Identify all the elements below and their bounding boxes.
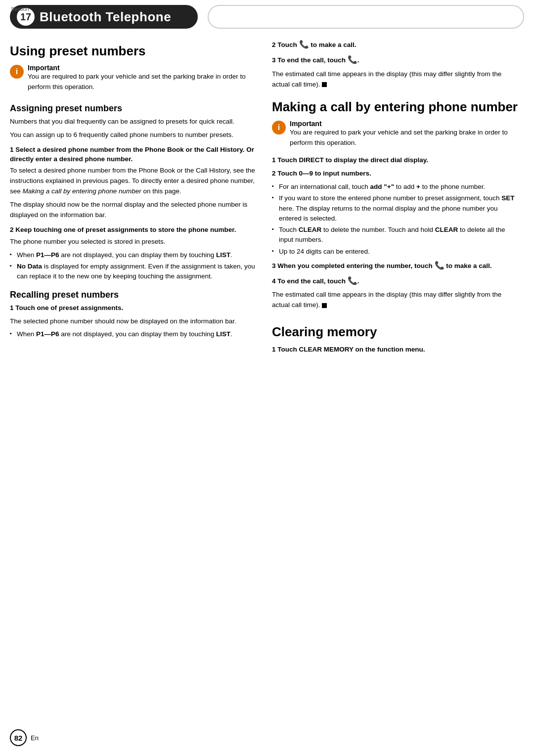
bullet-item: If you want to store the entered phone n… — [272, 193, 519, 223]
right-step3-body: The estimated call time appears in the d… — [272, 69, 519, 90]
header: 17 Bluetooth Telephone — [0, 0, 534, 29]
important-text-left: You are required to park your vehicle an… — [28, 72, 257, 92]
making-call-title: Making a call by entering phone number — [272, 99, 519, 115]
important-text-right: You are required to park your vehicle an… — [290, 128, 519, 148]
right-column: 2 Touch 📞 to make a call. 3 To end the c… — [272, 39, 519, 358]
right-step2: 2 Touch 📞 to make a call. — [272, 39, 519, 51]
section-title: Bluetooth Telephone — [40, 9, 171, 25]
assigning-bullets: When P1—P6 are not displayed, you can di… — [10, 250, 257, 282]
clearing-step1: 1 Touch CLEAR MEMORY on the function men… — [272, 345, 519, 355]
using-preset-numbers-title: Using preset numbers — [10, 44, 257, 59]
important-box-left: i Important You are required to park you… — [10, 64, 257, 95]
square-icon-1 — [322, 82, 327, 87]
section-badge: 17 Bluetooth Telephone — [10, 5, 198, 29]
page-number: 82 — [10, 729, 27, 746]
recalling-step1-heading: 1 Touch one of preset assignments. — [10, 303, 257, 313]
step2-body: The phone number you selected is stored … — [10, 237, 257, 247]
recalling-bullets: When P1—P6 are not displayed, you can di… — [10, 329, 257, 339]
important-label-right: Important — [290, 120, 519, 128]
making-step1-heading: 1 Touch DIRECT to display the direct dia… — [272, 155, 519, 166]
square-icon-2 — [322, 303, 327, 308]
footer: 82 En — [10, 729, 39, 746]
left-column: Using preset numbers i Important You are… — [10, 39, 257, 358]
section-label: Section — [11, 6, 29, 12]
important-icon-left: i — [10, 65, 24, 79]
step1-heading: 1 Select a desired phone number from the… — [10, 145, 257, 164]
bullet-item: For an international call, touch add "+"… — [272, 182, 519, 192]
language-label: En — [31, 734, 39, 742]
step2-heading: 2 Keep touching one of preset assignment… — [10, 225, 257, 235]
bullet-item: When P1—P6 are not displayed, you can di… — [10, 250, 257, 260]
clearing-title: Clearing memory — [272, 324, 519, 340]
making-step4-body: The estimated call time appears in the d… — [272, 290, 519, 311]
important-icon-right: i — [272, 121, 286, 134]
important-content-right: Important You are required to park your … — [290, 120, 519, 151]
making-step4-heading: 4 To end the call, touch 📞. — [272, 275, 519, 287]
recalling-heading: Recalling preset numbers — [10, 290, 257, 300]
recalling-step1-body: The selected phone number should now be … — [10, 316, 257, 327]
important-box-right: i Important You are required to park you… — [272, 120, 519, 151]
assigning-intro2: You can assign up to 6 frequently called… — [10, 130, 257, 140]
call-icon-step2: 📞 — [299, 40, 309, 48]
step1-body3: The display should now be the normal dis… — [10, 200, 257, 221]
bullet-item: When P1—P6 are not displayed, you can di… — [10, 329, 257, 339]
call-icon-step3: 📞 — [435, 261, 445, 269]
bullet-item: No Data is displayed for empty assignmen… — [10, 262, 257, 282]
important-label-left: Important — [28, 64, 257, 72]
header-right-box — [208, 5, 524, 29]
main-content: Using preset numbers i Important You are… — [0, 29, 534, 368]
making-step3-heading: 3 When you completed entering the number… — [272, 260, 519, 272]
bullet-item: Up to 24 digits can be entered. — [272, 247, 519, 257]
making-bullets: For an international call, touch add "+"… — [272, 182, 519, 257]
bullet-item: Touch CLEAR to delete the number. Touch … — [272, 225, 519, 245]
important-content-left: Important You are required to park your … — [28, 64, 257, 95]
end-icon-step4: 📞 — [348, 276, 357, 285]
end-icon-step3: 📞 — [348, 55, 357, 64]
right-step3-heading: 3 To end the call, touch 📞. — [272, 54, 519, 66]
step1-body1: To select a desired phone number from th… — [10, 166, 257, 197]
assigning-heading: Assigning preset numbers — [10, 103, 257, 114]
making-step2-heading: 2 Touch 0—9 to input numbers. — [272, 169, 519, 179]
assigning-intro1: Numbers that you dial frequently can be … — [10, 117, 257, 127]
